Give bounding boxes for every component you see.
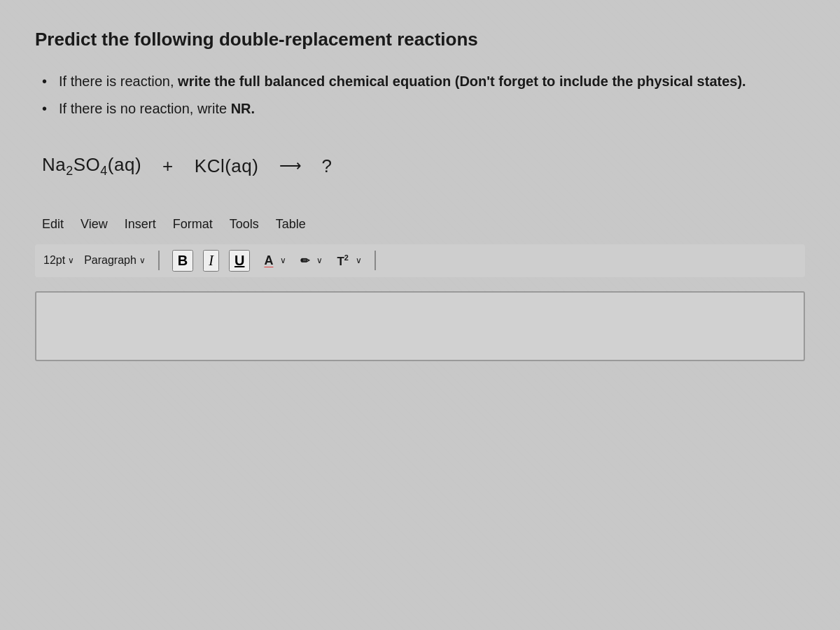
menu-table[interactable]: Table <box>276 217 306 232</box>
font-size-value: 12pt <box>43 254 65 267</box>
instruction-1-plain: If there is reaction, <box>59 74 178 89</box>
bold-button[interactable]: B <box>172 250 193 272</box>
toolbar-divider-2 <box>374 251 376 270</box>
instruction-1-bold: write the full balanced chemical equatio… <box>178 74 746 89</box>
reaction-equation: Na2SO4(aq) + KCl(aq) ⟶ ? <box>35 154 805 178</box>
reaction-arrow: ⟶ <box>279 157 300 175</box>
highlight-label: ✏ <box>296 253 314 269</box>
paragraph-chevron: ∨ <box>139 255 146 265</box>
instruction-2-bold: NR. <box>231 101 255 116</box>
font-color-label: A <box>260 252 277 270</box>
toolbar-divider-1 <box>158 251 160 270</box>
menu-format[interactable]: Format <box>173 217 213 232</box>
superscript-label: T2 <box>332 252 353 270</box>
menu-insert[interactable]: Insert <box>125 217 156 232</box>
editor-text-area[interactable] <box>35 291 805 361</box>
italic-button[interactable]: I <box>203 250 219 272</box>
instruction-item-2: If there is no reaction, write NR. <box>42 99 805 119</box>
editor-toolbar: 12pt ∨ Paragraph ∨ B I U A ∨ ✏ ∨ T2 ∨ <box>35 244 805 277</box>
instruction-item-1: If there is reaction, write the full bal… <box>42 71 805 92</box>
instruction-2-plain: If there is no reaction, write <box>59 101 231 116</box>
reactant1: Na2SO4(aq) <box>42 154 141 178</box>
paragraph-dropdown[interactable]: Paragraph ∨ <box>84 254 146 267</box>
menu-edit[interactable]: Edit <box>42 217 64 232</box>
menu-view[interactable]: View <box>80 217 108 232</box>
font-color-dropdown[interactable]: A ∨ <box>260 252 286 270</box>
page-title: Predict the following double-replacement… <box>35 28 805 52</box>
paragraph-label: Paragraph <box>84 254 136 267</box>
menu-tools[interactable]: Tools <box>230 217 259 232</box>
main-content: Predict the following double-replacement… <box>0 0 840 630</box>
reaction-product: ? <box>321 155 332 177</box>
underline-button[interactable]: U <box>229 250 250 272</box>
font-size-chevron: ∨ <box>68 255 74 265</box>
superscript-dropdown[interactable]: T2 ∨ <box>332 252 362 270</box>
reaction-operator: + <box>162 155 174 177</box>
instructions-list: If there is reaction, write the full bal… <box>35 71 805 119</box>
highlight-chevron: ∨ <box>316 255 323 265</box>
font-color-chevron: ∨ <box>280 255 286 265</box>
highlight-dropdown[interactable]: ✏ ∨ <box>296 253 323 269</box>
font-size-dropdown[interactable]: 12pt ∨ <box>43 254 74 267</box>
editor-menubar: Edit View Insert Format Tools Table <box>35 217 805 232</box>
reactant2: KCl(aq) <box>195 155 259 177</box>
superscript-chevron: ∨ <box>356 255 362 265</box>
